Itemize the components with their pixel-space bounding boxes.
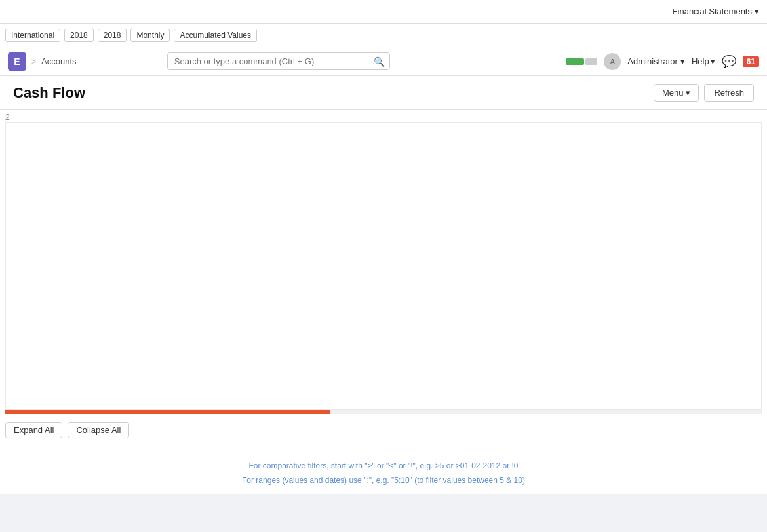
status-gray-bar	[585, 58, 597, 65]
main-content: 2 Expand All Collapse All For comparativ…	[0, 110, 767, 494]
row-number: 2	[0, 110, 767, 122]
search-bar-container: 🔍	[167, 52, 390, 70]
search-icon: 🔍	[374, 56, 385, 67]
notification-badge[interactable]: 61	[743, 56, 759, 67]
refresh-button[interactable]: Refresh	[704, 84, 754, 102]
search-input[interactable]	[167, 52, 390, 70]
administrator-button[interactable]: Administrator ▾	[627, 56, 685, 66]
financial-statements-label: Financial Statements	[673, 7, 752, 16]
breadcrumb-separator: >	[31, 57, 36, 66]
menu-button[interactable]: Menu ▾	[654, 84, 699, 102]
menu-dropdown-icon: ▾	[686, 88, 690, 98]
report-area	[5, 122, 762, 410]
financial-statements-button[interactable]: Financial Statements ▾	[673, 7, 759, 16]
page-title: Cash Flow	[13, 85, 85, 102]
breadcrumb-accounts[interactable]: Accounts	[41, 56, 76, 66]
admin-dropdown-icon: ▾	[680, 56, 685, 66]
help-label: Help	[692, 56, 709, 66]
filter-pill-year2[interactable]: 2018	[98, 29, 127, 42]
filter-pill-year1[interactable]: 2018	[64, 29, 94, 42]
expand-all-button[interactable]: Expand All	[5, 422, 62, 438]
nav-right: A Administrator ▾ Help ▾ 💬 61	[566, 53, 759, 70]
top-bar: Financial Statements ▾	[0, 0, 767, 24]
status-green-bar	[566, 58, 584, 65]
dropdown-arrow-icon: ▾	[755, 7, 759, 16]
help-dropdown-icon: ▾	[711, 56, 715, 66]
page-header: Cash Flow Menu ▾ Refresh	[0, 76, 767, 110]
filter-pill-monthly[interactable]: Monthly	[130, 29, 170, 42]
avatar: A	[604, 53, 621, 70]
status-indicator	[566, 58, 597, 65]
filter-pill-accumulated[interactable]: Accumulated Values	[174, 29, 257, 42]
filter-bar: International 2018 2018 Monthly Accumula…	[0, 24, 767, 47]
helper-line2: For ranges (values and dates) use ":", e…	[0, 474, 767, 488]
filter-pill-international[interactable]: International	[5, 29, 60, 42]
helper-line1: For comparative filters, start with ">" …	[0, 459, 767, 474]
refresh-label: Refresh	[714, 88, 744, 98]
help-button[interactable]: Help ▾	[692, 56, 715, 66]
admin-label: Administrator	[627, 56, 678, 66]
nav-bar: E > Accounts 🔍 A Administrator ▾ Help ▾ …	[0, 47, 767, 76]
collapse-all-button[interactable]: Collapse All	[68, 422, 129, 438]
app-icon[interactable]: E	[8, 52, 26, 71]
chat-icon[interactable]: 💬	[722, 54, 736, 69]
menu-label: Menu	[662, 88, 684, 98]
action-buttons: Expand All Collapse All	[0, 414, 767, 446]
helper-text: For comparative filters, start with ">" …	[0, 446, 767, 494]
header-actions: Menu ▾ Refresh	[654, 84, 754, 102]
